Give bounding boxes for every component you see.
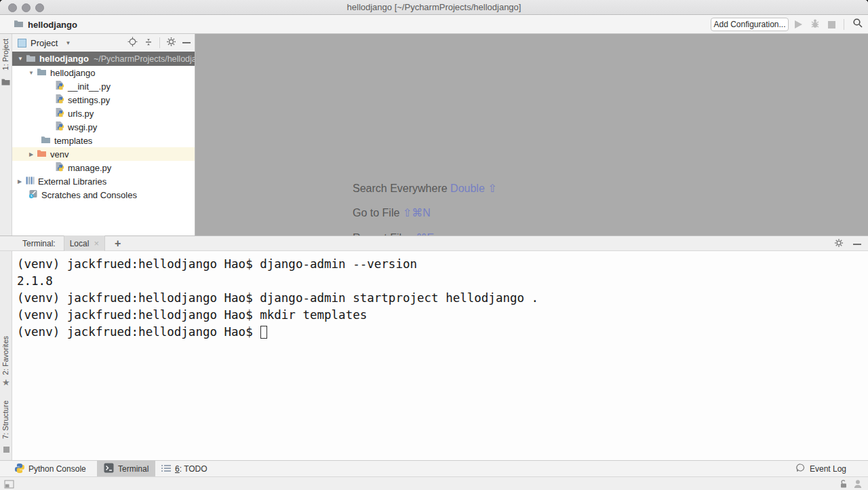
tree-item-label: External Libraries <box>38 176 106 187</box>
tree-item-label: hellodjango <box>39 54 89 64</box>
gear-icon[interactable] <box>166 37 176 49</box>
python-file-icon <box>55 162 64 174</box>
lock-icon[interactable] <box>839 479 848 490</box>
stop-icon[interactable] <box>828 21 835 29</box>
locate-file-icon[interactable] <box>127 37 138 49</box>
tree-item-folder[interactable]: templates <box>12 134 195 147</box>
terminal-panel-title: Terminal: <box>22 239 56 248</box>
chevron-collapsed-icon[interactable]: ▶ <box>27 151 35 157</box>
pycharm-window: hellodjango [~/PycharmProjects/hellodjan… <box>0 0 868 490</box>
event-log-button[interactable]: Event Log <box>795 461 846 477</box>
todo-tab[interactable]: 6: TODO <box>161 461 208 477</box>
hector-inspector-icon[interactable] <box>853 479 863 490</box>
hide-terminal-icon[interactable] <box>853 244 861 245</box>
close-icon[interactable]: × <box>94 238 99 248</box>
event-log-label: Event Log <box>810 464 846 474</box>
project-tree: ▼ hellodjango ~/PycharmProjects/hellodja… <box>12 52 195 202</box>
tree-item-file[interactable]: manage.py <box>12 161 195 174</box>
terminal-line: 2.1.8 <box>17 273 868 290</box>
folder-icon <box>37 149 47 159</box>
shortcut-hint: Search Everywhere Double ⇧ <box>353 182 497 195</box>
chevron-collapsed-icon[interactable]: ▶ <box>16 178 24 185</box>
project-view-icon <box>18 39 26 48</box>
tree-item-label: __init__.py <box>68 81 111 92</box>
chevron-down-icon: ▼ <box>65 40 71 46</box>
titlebar: hellodjango [~/PycharmProjects/hellodjan… <box>0 0 868 15</box>
star-icon[interactable]: ★ <box>2 377 10 388</box>
tree-item-label: templates <box>54 136 92 146</box>
python-console-label: Python Console <box>28 464 86 474</box>
terminal-tab-selected[interactable]: Terminal <box>97 461 155 477</box>
tree-item-label: venv <box>50 149 68 159</box>
tree-item-file[interactable]: urls.py <box>12 107 195 120</box>
status-bar <box>0 476 868 490</box>
breadcrumb-project-name: hellodjango <box>28 20 77 30</box>
toggle-toolwindows-icon[interactable] <box>4 479 14 490</box>
python-file-icon <box>55 80 64 92</box>
tree-item-file[interactable]: settings.py <box>12 93 195 107</box>
terminal-tab-local[interactable]: Local × <box>64 235 105 251</box>
structure-tab-icon[interactable] <box>3 443 9 455</box>
python-file-icon <box>55 121 64 133</box>
tree-item-file[interactable]: wsgi.py <box>12 120 195 134</box>
window-title: hellodjango [~/PycharmProjects/hellodjan… <box>0 0 868 15</box>
shortcut-hint: Go to File ⇧⌘N <box>353 206 431 219</box>
terminal-output[interactable]: (venv) jackfrued:hellodjango Hao$ django… <box>12 251 868 460</box>
favorites-toolwindow-tab[interactable]: 2: Favorites <box>1 336 9 375</box>
tree-item-label: hellodjango <box>50 68 96 78</box>
libraries-icon <box>25 176 35 187</box>
main-toolbar: hellodjango Add Configuration... <box>0 15 868 34</box>
project-panel: Project ▼ <box>12 34 195 235</box>
tree-item-label: wsgi.py <box>68 122 97 132</box>
left-toolwindow-bar: 1: Project 2: Favorites ★ 7: Structure <box>0 34 12 476</box>
tree-item-label: urls.py <box>68 109 94 119</box>
python-console-tab[interactable]: Python Console <box>15 461 86 477</box>
event-log-icon <box>795 463 806 475</box>
project-tab-folder-icon[interactable] <box>1 76 10 88</box>
terminal-settings-gear-icon[interactable] <box>834 238 844 250</box>
todo-tab-label: 6: TODO <box>175 464 208 474</box>
chevron-expanded-icon[interactable]: ▼ <box>16 56 24 62</box>
tree-item-path: ~/PycharmProjects/hellodjango <box>94 54 195 64</box>
hide-panel-icon[interactable] <box>182 42 191 43</box>
tree-item-label: manage.py <box>68 163 111 173</box>
terminal-tab-label: Terminal <box>118 464 149 474</box>
terminal-line: (venv) jackfrued:hellodjango Hao$ django… <box>17 290 868 307</box>
breadcrumb[interactable]: hellodjango <box>14 15 77 34</box>
debug-icon[interactable] <box>810 18 820 31</box>
search-everywhere-icon[interactable] <box>852 18 863 31</box>
python-console-icon <box>15 464 24 475</box>
project-toolwindow-tab[interactable]: 1: Project <box>1 39 9 70</box>
project-panel-header: Project ▼ <box>12 34 195 52</box>
project-folder-icon <box>14 18 24 31</box>
folder-icon <box>37 67 47 78</box>
run-icon[interactable] <box>795 20 802 29</box>
terminal-line: (venv) jackfrued:hellodjango Hao$ mkdir … <box>17 307 868 324</box>
terminal-prompt-line[interactable]: (venv) jackfrued:hellodjango Hao$ <box>17 324 868 341</box>
tree-item-root[interactable]: ▼ hellodjango ~/PycharmProjects/hellodja… <box>12 52 195 66</box>
tree-item-venv[interactable]: ▶ venv <box>12 147 195 161</box>
python-file-icon <box>55 107 64 119</box>
collapse-all-icon[interactable] <box>144 37 153 49</box>
terminal-tabbar: Terminal: Local × + <box>0 235 868 251</box>
terminal-icon <box>104 463 114 475</box>
terminal-line: (venv) jackfrued:hellodjango Hao$ django… <box>17 256 868 273</box>
terminal-prompt: (venv) jackfrued:hellodjango Hao$ <box>17 325 260 339</box>
todo-icon <box>161 464 171 474</box>
terminal-cursor <box>260 326 267 339</box>
structure-toolwindow-tab[interactable]: 7: Structure <box>1 400 9 439</box>
project-view-selector[interactable]: Project ▼ <box>18 38 71 48</box>
add-configuration-button[interactable]: Add Configuration... <box>711 18 789 31</box>
tree-item-scratches[interactable]: Scratches and Consoles <box>12 188 195 202</box>
python-file-icon <box>55 94 64 106</box>
tree-item-label: Scratches and Consoles <box>41 190 137 200</box>
toolbar-divider <box>844 19 844 30</box>
scratches-icon <box>28 189 38 201</box>
tree-item-external-libraries[interactable]: ▶ External Libraries <box>12 174 195 188</box>
tree-item-file[interactable]: __init__.py <box>12 79 195 93</box>
chevron-expanded-icon[interactable]: ▼ <box>27 70 35 76</box>
tree-item-package[interactable]: ▼ hellodjango <box>12 66 195 79</box>
folder-icon <box>26 54 36 64</box>
new-session-icon[interactable]: + <box>115 238 121 250</box>
panel-header-divider <box>159 37 160 48</box>
